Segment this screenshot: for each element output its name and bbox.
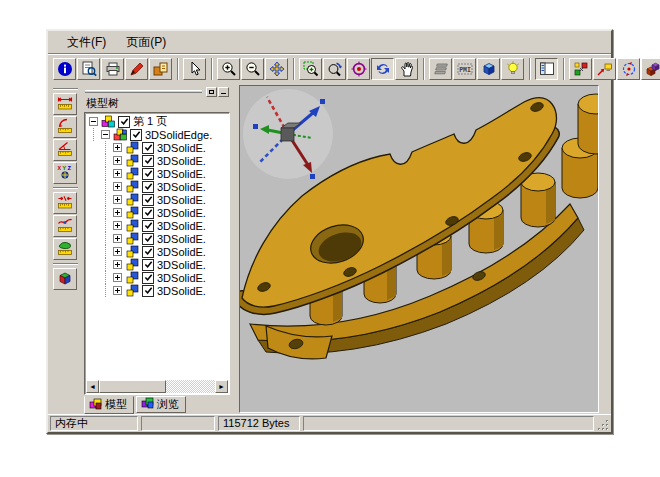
tree-row-part[interactable]: 3DSolidE. xyxy=(86,245,228,258)
measure-radius-icon xyxy=(57,118,73,137)
visibility-checkbox[interactable] xyxy=(142,220,154,232)
visibility-checkbox[interactable] xyxy=(130,129,142,141)
panel-float-button[interactable] xyxy=(206,87,217,97)
assembly-button[interactable] xyxy=(569,58,592,80)
zoom-window-button[interactable] xyxy=(299,58,322,80)
tree-row-part[interactable]: 3DSolidE. xyxy=(86,284,228,297)
visibility-checkbox[interactable] xyxy=(142,181,154,193)
visibility-checkbox[interactable] xyxy=(142,233,154,245)
tree-row-part[interactable]: 3DSolidE. xyxy=(86,180,228,193)
preview-document-button[interactable] xyxy=(77,58,100,80)
collapse-expander-icon[interactable] xyxy=(101,130,110,139)
expand-expander-icon[interactable] xyxy=(113,247,122,256)
measure-coordinate-button[interactable]: XYZ xyxy=(53,162,77,184)
panel-dock-header[interactable] xyxy=(83,85,231,97)
about-button[interactable] xyxy=(53,58,76,80)
tree-row-part[interactable]: 3DSolidE. xyxy=(86,206,228,219)
layers-icon xyxy=(433,61,449,77)
panel-splitter[interactable] xyxy=(231,85,239,414)
visibility-checkbox[interactable] xyxy=(142,168,154,180)
scrollbar-track[interactable] xyxy=(99,380,215,393)
layers-button[interactable] xyxy=(429,58,452,80)
refresh-rotate-button[interactable] xyxy=(371,58,394,80)
explode-button[interactable] xyxy=(641,58,660,80)
scroll-left-button[interactable]: ◄ xyxy=(86,380,99,393)
visibility-checkbox[interactable] xyxy=(142,259,154,271)
pmi-button[interactable]: PMI xyxy=(453,58,476,80)
render-cube-button[interactable] xyxy=(477,58,500,80)
zoom-out-button[interactable] xyxy=(241,58,264,80)
expand-expander-icon[interactable] xyxy=(113,208,122,217)
collapse-expander-icon[interactable] xyxy=(89,117,98,126)
model-tab-icon xyxy=(89,398,102,412)
export-document-icon xyxy=(153,61,169,77)
panel-grip[interactable] xyxy=(85,90,202,93)
toolbar-separator xyxy=(211,58,213,80)
expand-expander-icon[interactable] xyxy=(113,234,122,243)
measure-angle-button[interactable] xyxy=(53,139,77,161)
tree-row-part[interactable]: 3DSolidE. xyxy=(86,232,228,245)
rotate-view-button[interactable] xyxy=(323,58,346,80)
horizontal-scrollbar[interactable]: ◄ ► xyxy=(86,380,228,393)
visibility-checkbox[interactable] xyxy=(142,142,154,154)
measure-volume-button[interactable] xyxy=(53,268,77,290)
menu-file[interactable]: 文件(F) xyxy=(58,32,115,53)
export-document-button[interactable] xyxy=(149,58,172,80)
tree-row-part[interactable]: 3DSolidE. xyxy=(86,271,228,284)
pan-move-button[interactable] xyxy=(265,58,288,80)
orientation-trackball[interactable] xyxy=(240,86,336,182)
measure-coordinate-icon: XYZ xyxy=(57,164,73,183)
visibility-checkbox[interactable] xyxy=(142,155,154,167)
tree-row-page[interactable]: 第 1 页 xyxy=(86,115,228,128)
panel-toggle-button[interactable] xyxy=(535,58,558,80)
annotate-pen-button[interactable] xyxy=(125,58,148,80)
expand-expander-icon[interactable] xyxy=(113,286,122,295)
measure-curve-button[interactable] xyxy=(53,215,77,237)
tree-row-part[interactable]: 3DSolidE. xyxy=(86,167,228,180)
visibility-checkbox[interactable] xyxy=(142,246,154,258)
part-icon xyxy=(125,141,139,154)
measure-area-button[interactable] xyxy=(53,238,77,260)
tab-browse[interactable]: 浏览 xyxy=(136,396,186,413)
expand-expander-icon[interactable] xyxy=(113,273,122,282)
pan-hand-button[interactable] xyxy=(395,58,418,80)
tree-row-part[interactable]: 3DSolidE. xyxy=(86,258,228,271)
center-target-button[interactable] xyxy=(347,58,370,80)
light-button[interactable] xyxy=(501,58,524,80)
expand-expander-icon[interactable] xyxy=(113,143,122,152)
tree-row-part[interactable]: 3DSolidE. xyxy=(86,141,228,154)
expand-expander-icon[interactable] xyxy=(113,221,122,230)
expand-expander-icon[interactable] xyxy=(113,156,122,165)
expand-expander-icon[interactable] xyxy=(113,195,122,204)
move-part-button[interactable] xyxy=(593,58,616,80)
resize-grip[interactable] xyxy=(597,419,609,431)
visibility-checkbox[interactable] xyxy=(142,272,154,284)
scroll-right-button[interactable]: ► xyxy=(215,380,228,393)
tree-row-assembly[interactable]: 3DSolidEdge. xyxy=(86,128,228,141)
menu-page[interactable]: 页面(P) xyxy=(117,32,175,53)
visibility-checkbox[interactable] xyxy=(142,207,154,219)
print-icon xyxy=(105,61,121,77)
measure-distance-button[interactable] xyxy=(53,192,77,214)
zoom-in-button[interactable] xyxy=(217,58,240,80)
tree-row-part[interactable]: 3DSolidE. xyxy=(86,193,228,206)
expand-expander-icon[interactable] xyxy=(113,260,122,269)
visibility-checkbox[interactable] xyxy=(142,194,154,206)
tab-model[interactable]: 模型 xyxy=(84,396,134,414)
measure-radius-button[interactable] xyxy=(53,116,77,138)
print-button[interactable] xyxy=(101,58,124,80)
expand-expander-icon[interactable] xyxy=(113,169,122,178)
scrollbar-thumb[interactable] xyxy=(99,380,166,393)
part-icon xyxy=(125,271,139,284)
viewport-3d[interactable] xyxy=(239,85,599,413)
measure-horizontal-button[interactable] xyxy=(53,93,77,115)
visibility-checkbox[interactable] xyxy=(118,116,130,128)
tree-row-part[interactable]: 3DSolidE. xyxy=(86,219,228,232)
status-memory: 内存中 xyxy=(50,416,138,431)
select-cursor-button[interactable] xyxy=(183,58,206,80)
expand-expander-icon[interactable] xyxy=(113,182,122,191)
tree-row-part[interactable]: 3DSolidE. xyxy=(86,154,228,167)
panel-hide-button[interactable] xyxy=(218,87,229,97)
rotate-part-button[interactable] xyxy=(617,58,640,80)
visibility-checkbox[interactable] xyxy=(142,285,154,297)
